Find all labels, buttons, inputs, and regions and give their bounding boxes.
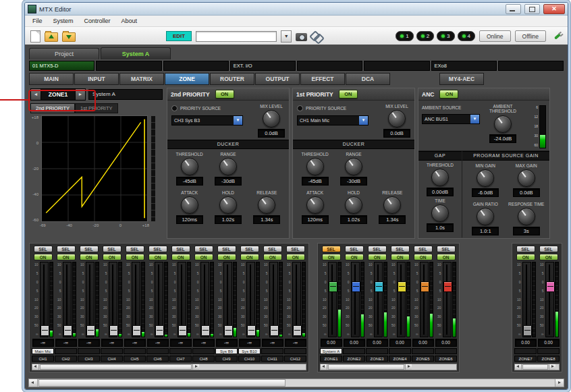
fader-cap[interactable] [443,281,452,292]
new-file-icon[interactable] [30,30,40,43]
priority-on-button[interactable]: ON [339,90,358,99]
sel-button[interactable]: SEL [345,246,364,252]
tab-project[interactable]: Project [29,48,99,59]
fader-track[interactable] [328,262,337,337]
fader-cap[interactable] [546,281,555,292]
device-indicator[interactable]: 3 [437,31,454,41]
on-button[interactable]: ON [322,254,341,260]
h-scrollbar[interactable] [28,379,564,387]
on-button[interactable]: ON [34,254,53,260]
fader-track[interactable] [420,262,429,337]
sel-button[interactable]: SEL [103,246,121,252]
on-button[interactable]: ON [80,254,99,260]
fader-track[interactable] [443,262,452,337]
on-button[interactable]: ON [194,254,213,260]
sel-button[interactable]: SEL [126,246,144,252]
sel-button[interactable]: SEL [322,246,341,252]
menu-item[interactable]: File [27,16,48,26]
fader-track[interactable] [351,262,360,337]
fader-track[interactable] [374,262,383,337]
sel-button[interactable]: SEL [539,246,558,252]
attack-knob[interactable] [181,196,198,214]
sel-button[interactable]: SEL [516,246,535,252]
sel-button[interactable]: SEL [437,246,456,252]
fader-cap[interactable] [63,325,72,336]
on-button[interactable]: ON [368,254,387,260]
device-cell[interactable] [297,61,362,71]
max-gain-knob[interactable] [518,169,535,187]
fader-track[interactable] [269,262,278,337]
fader-cap[interactable] [40,325,49,336]
anc-on-button[interactable]: ON [439,90,458,99]
fader-cap[interactable] [352,281,360,292]
link-icon[interactable] [311,32,322,41]
on-button[interactable]: ON [437,254,456,260]
on-button[interactable]: ON [148,254,167,260]
sel-button[interactable]: SEL [148,246,167,252]
release-knob[interactable] [258,196,275,214]
device-cell[interactable]: EXo8 [431,61,497,71]
min-gain-knob[interactable] [477,169,494,187]
fader-cap[interactable] [375,281,383,292]
on-button[interactable]: ON [217,254,236,260]
on-button[interactable]: ON [263,254,282,260]
on-button[interactable]: ON [414,254,433,260]
device-cell[interactable] [498,61,564,71]
scrollbar-thumb[interactable] [40,364,192,370]
camera-icon[interactable] [296,33,307,41]
fader-cap[interactable] [155,325,164,336]
fader-cap[interactable] [109,325,118,336]
on-button[interactable]: ON [240,254,259,260]
hold-knob[interactable] [345,196,362,214]
sel-button[interactable]: SEL [368,246,387,252]
ambient-threshold-knob[interactable] [494,115,512,133]
fader-track[interactable] [397,262,406,337]
offline-button[interactable]: Offline [515,30,546,42]
nav-tab[interactable]: OUTPUT [255,73,300,85]
fader-track[interactable] [40,262,49,337]
range-knob[interactable] [345,158,362,175]
on-button[interactable]: ON [57,254,76,260]
nav-tab[interactable]: INPUT [74,73,119,85]
device-cell[interactable] [163,61,229,71]
menu-item[interactable]: Controller [79,16,116,26]
fader-track[interactable] [63,262,72,337]
on-button[interactable]: ON [103,254,121,260]
fader-track[interactable] [292,262,301,337]
fader-cap[interactable] [247,325,256,336]
online-button[interactable]: Online [479,30,511,42]
scrollbar-thumb[interactable] [38,379,286,387]
mix-level-knob[interactable] [263,110,280,128]
on-button[interactable]: ON [126,254,144,260]
fader-track[interactable] [132,262,140,337]
fader-cap[interactable] [224,325,233,336]
maximize-button[interactable] [524,4,540,14]
sel-button[interactable]: SEL [240,246,259,252]
range-knob[interactable] [219,158,237,175]
sel-button[interactable]: SEL [194,246,213,252]
fader-cap[interactable] [420,281,429,292]
threshold-knob[interactable] [181,158,198,175]
sel-button[interactable]: SEL [171,246,190,252]
fader-cap[interactable] [270,325,279,336]
fader-cap[interactable] [523,325,532,336]
fader-track[interactable] [155,262,163,337]
sel-button[interactable]: SEL [217,246,236,252]
on-button[interactable]: ON [286,254,305,260]
device-indicator[interactable]: 4 [458,31,475,41]
on-button[interactable]: ON [539,254,558,260]
fader-cap[interactable] [132,325,141,336]
fader-track[interactable] [223,262,232,337]
on-button[interactable]: ON [391,254,410,260]
nav-tab[interactable]: DCA [346,73,390,85]
fader-track[interactable] [109,262,117,337]
fader-cap[interactable] [201,325,210,336]
hold-knob[interactable] [219,196,237,214]
fader-track[interactable] [178,262,186,337]
input-group-scrollbar[interactable] [32,364,306,370]
open-file-icon[interactable] [45,32,58,42]
release-knob[interactable] [383,196,401,214]
scrollbar-thumb[interactable] [328,364,404,370]
on-button[interactable]: ON [171,254,190,260]
gain-ratio-knob[interactable] [477,208,494,225]
